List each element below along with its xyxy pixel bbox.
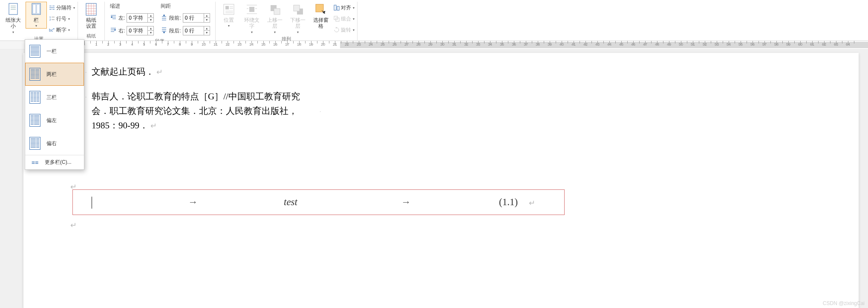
columns-more-icon: ≡≡	[29, 159, 40, 166]
text-wrap-label: 环绕文 字	[244, 17, 260, 29]
text-cursor	[92, 197, 92, 209]
equation-number: (1.1)	[499, 197, 518, 208]
indent-right-input[interactable]: ▲▼	[127, 26, 154, 35]
spacing-before-input[interactable]: ▲▼	[183, 13, 210, 23]
breaks-button[interactable]: 分隔符 ▾	[49, 3, 75, 13]
send-backward-icon	[291, 3, 305, 16]
position-label: 位置	[224, 17, 234, 23]
spacing-after-icon	[161, 27, 167, 35]
group-objects-label: 组合	[341, 15, 351, 23]
svg-rect-30	[334, 5, 336, 10]
align-icon	[333, 4, 340, 11]
group-draft: 稿纸 设置 稿纸	[78, 2, 105, 41]
columns-three-label: 三栏	[46, 94, 57, 101]
rotate-icon	[333, 26, 340, 33]
chevron-down-icon: ▾	[12, 30, 14, 34]
chevron-down-icon: ▾	[353, 28, 355, 32]
group-arrange: 位置 ▾ 环绕文 字 ▾ 上移一层 ▾ 下移一层 ▾ 选择窗格	[216, 2, 358, 41]
columns-button[interactable]: 栏 ▾	[26, 2, 47, 29]
selection-pane-button[interactable]: 选择窗格	[310, 2, 332, 30]
paper-size-button[interactable]: 纸张大小 ▾	[3, 2, 24, 35]
spacing-after-field[interactable]	[183, 28, 204, 34]
bring-forward-label: 上移一层	[265, 17, 285, 29]
draft-label: 稿纸 设置	[86, 17, 96, 29]
group-paragraph: 缩进 左: ▲▼ 右: ▲▼ 间距 段前: ▲▼	[105, 2, 216, 41]
indent-right-icon	[110, 27, 117, 35]
indent-left-row: 左: ▲▼	[110, 12, 154, 23]
svg-rect-31	[337, 6, 339, 10]
text-wrap-icon	[245, 3, 259, 16]
chevron-down-icon: ▾	[274, 30, 276, 34]
spacing-before-icon	[161, 14, 167, 22]
svg-rect-0	[9, 3, 17, 15]
spinner[interactable]: ▲▼	[147, 26, 153, 35]
bring-forward-icon	[268, 3, 282, 16]
svg-rect-4	[32, 3, 40, 15]
tab-mark: →	[401, 197, 411, 208]
indent-left-input[interactable]: ▲▼	[127, 13, 154, 23]
position-button: 位置 ▾	[218, 2, 239, 29]
svg-rect-28	[294, 5, 300, 11]
paragraph-text: 韩吉人．论职工教育的特点［G］//中国职工教育研究	[92, 90, 300, 104]
chevron-down-icon: ▾	[228, 24, 230, 28]
line-numbers-label: 行号	[56, 15, 66, 23]
draft-settings-button[interactable]: 稿纸 设置	[81, 2, 102, 30]
bring-forward-button: 上移一层 ▾	[264, 2, 285, 35]
watermark: CSDN @zixingCai	[823, 300, 865, 306]
columns-label: 栏	[34, 17, 39, 23]
chevron-down-icon: ▾	[353, 6, 355, 10]
chevron-down-icon: ▾	[68, 28, 70, 32]
align-button[interactable]: 对齐 ▾	[333, 3, 355, 13]
svg-text:a-: a-	[53, 27, 55, 30]
columns-two-label: 两栏	[46, 71, 57, 78]
columns-right[interactable]: 偏右	[25, 132, 84, 155]
line-numbers-button[interactable]: 12 行号 ▾	[49, 14, 75, 24]
breaks-label: 分隔符	[56, 4, 72, 12]
ruler: 1234567891011121314151617181920212223242…	[0, 41, 868, 49]
paper-size-icon	[6, 3, 20, 16]
paragraph-text: 文献起止页码． ↵	[92, 65, 163, 79]
send-backward-button: 下移一层 ▾	[287, 2, 309, 35]
columns-more[interactable]: ≡≡ 更多栏(C)...	[25, 155, 84, 169]
indent-left-label: 左:	[118, 15, 125, 22]
paper-size-label: 纸张大小	[3, 17, 23, 29]
group-objects-button: 组合 ▾	[333, 14, 355, 24]
columns-three[interactable]: 三栏	[25, 86, 84, 109]
rotate-label: 旋转	[341, 26, 351, 34]
document-area: · 文献起止页码． ↵ · 韩吉人．论职工教育的特点［G］//中国职工教育研究 …	[0, 49, 868, 308]
columns-two[interactable]: 两栏	[25, 63, 84, 86]
hyphenation-button[interactable]: bca- 断字 ▾	[49, 25, 75, 35]
group-settings: 纸张大小 ▾ 栏 ▾ 分隔符 ▾ 12 行号 ▾	[0, 2, 78, 41]
spacing-before-field[interactable]	[183, 15, 204, 21]
selection-pane-icon	[314, 3, 328, 16]
paragraph-text: 会．职工教育研究论文集．北京：人民教育出版社，	[92, 104, 297, 119]
chevron-down-icon: ▾	[251, 30, 253, 34]
svg-text:2: 2	[49, 18, 51, 21]
indent-right-label: 右:	[118, 27, 125, 35]
columns-more-label: 更多栏(C)...	[45, 159, 72, 166]
rotate-button: 旋转 ▾	[333, 25, 355, 35]
spacing-after-input[interactable]: ▲▼	[183, 26, 210, 35]
chevron-down-icon: ▾	[35, 24, 37, 28]
spinner[interactable]: ▲▼	[204, 14, 210, 22]
columns-one[interactable]: 一栏	[25, 40, 84, 63]
columns-right-label: 偏右	[46, 140, 57, 147]
spacing-after-row: 段后: ▲▼	[161, 25, 210, 36]
indent-right-field[interactable]	[127, 28, 147, 34]
selection-pane-label: 选择窗格	[311, 17, 331, 29]
spacing-title: 间距	[161, 3, 210, 10]
spacing-after-label: 段后:	[169, 27, 181, 35]
svg-rect-26	[274, 9, 280, 15]
send-backward-label: 下移一层	[288, 17, 308, 29]
indent-left-icon	[110, 14, 117, 22]
tab-mark: →	[188, 197, 198, 208]
line-numbers-icon: 12	[49, 15, 55, 22]
spacing-before-label: 段前:	[169, 15, 181, 22]
spinner[interactable]: ▲▼	[204, 26, 210, 35]
columns-left[interactable]: 偏左	[25, 109, 84, 132]
position-icon	[222, 3, 236, 16]
equation-table[interactable]: → test → (1.1) ↵	[72, 189, 565, 215]
indent-left-field[interactable]	[127, 15, 147, 21]
columns-dropdown: 一栏 两栏 三栏 偏左 偏右 ≡≡ 更多栏(C)...	[25, 39, 84, 170]
spinner[interactable]: ▲▼	[147, 14, 153, 22]
